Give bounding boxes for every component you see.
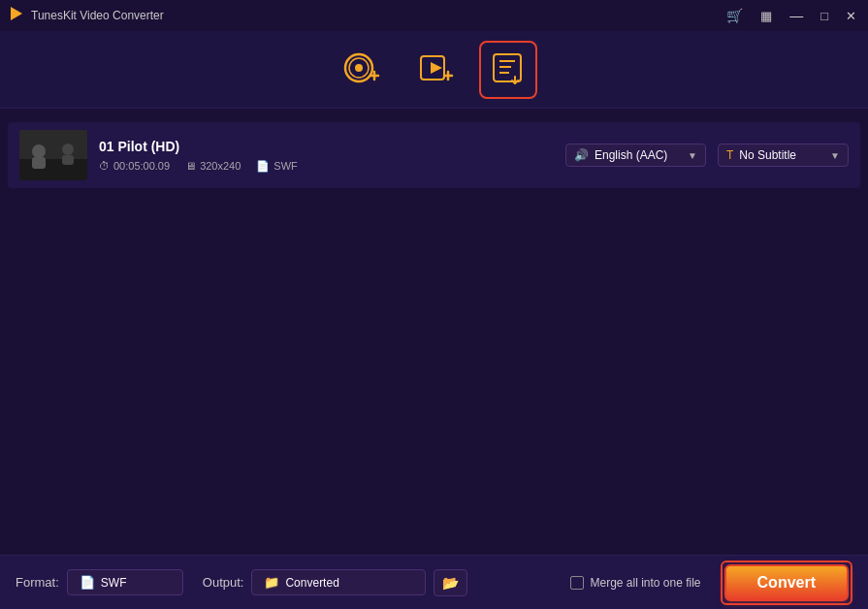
duration-value: 00:05:00.09 (113, 160, 170, 172)
minimize-button[interactable]: — (789, 8, 803, 23)
window-controls: 🛒 ▦ — □ ✕ (726, 8, 856, 23)
close-button[interactable]: ✕ (846, 9, 856, 23)
maximize-button[interactable]: □ (820, 9, 828, 23)
app-title: TunesKit Video Converter (31, 9, 726, 22)
svg-point-17 (32, 144, 46, 158)
subtitle-icon: T (726, 148, 733, 162)
video-info: 01 Pilot (HD) ⏱ 00:05:00.09 🖥 320x240 📄 … (99, 139, 554, 173)
output-label: Output: (203, 575, 244, 590)
format-file-icon: 📄 (80, 575, 95, 590)
browse-output-button[interactable]: 📂 (434, 569, 467, 596)
app-logo (8, 5, 25, 26)
grid-icon[interactable]: ▦ (760, 9, 772, 23)
convert-tab-button[interactable] (479, 41, 537, 99)
video-meta: ⏱ 00:05:00.09 🖥 320x240 📄 SWF (99, 160, 554, 173)
merge-checkbox[interactable] (570, 576, 584, 590)
monitor-icon: 🖥 (185, 160, 196, 172)
audio-dropdown[interactable]: 🔊 English (AAC) ▼ (565, 144, 706, 167)
browse-icon: 📂 (442, 575, 459, 591)
folder-icon: 📁 (264, 575, 279, 590)
convert-button[interactable]: Convert (724, 564, 849, 601)
audio-dropdown-arrow: ▼ (688, 150, 697, 161)
output-display: 📁 Converted (251, 569, 426, 595)
format-display: 📄 SWF (67, 569, 183, 595)
toolbar (0, 31, 868, 109)
add-video-icon (341, 50, 380, 88)
add-bluray-icon (415, 50, 454, 88)
audio-value: English (AAC) (595, 148, 667, 162)
format-label: Format: (16, 575, 59, 590)
format-info: 📄 SWF (256, 160, 297, 173)
audio-icon: 🔊 (574, 148, 589, 162)
format-icon: 📄 (256, 160, 270, 173)
content-area: 01 Pilot (HD) ⏱ 00:05:00.09 🖥 320x240 📄 … (0, 109, 868, 555)
svg-rect-20 (62, 155, 74, 165)
svg-rect-16 (19, 159, 87, 180)
video-thumbnail (19, 130, 87, 180)
svg-point-19 (62, 144, 74, 155)
merge-label: Merge all into one file (590, 576, 700, 590)
convert-tab-icon (490, 51, 527, 87)
duration-info: ⏱ 00:05:00.09 (99, 160, 170, 172)
convert-button-wrapper: Convert (721, 561, 852, 605)
clock-icon: ⏱ (99, 160, 110, 172)
subtitle-dropdown-arrow: ▼ (830, 150, 840, 161)
merge-section: Merge all into one file (570, 576, 700, 590)
svg-marker-7 (431, 62, 442, 74)
svg-point-3 (355, 64, 363, 72)
subtitle-value: No Subtitle (739, 148, 796, 162)
output-section: Output: 📁 Converted 📂 (203, 569, 468, 596)
bottom-bar: Format: 📄 SWF Output: 📁 Converted 📂 Merg… (0, 555, 868, 609)
title-bar: TunesKit Video Converter 🛒 ▦ — □ ✕ (0, 0, 868, 31)
svg-marker-0 (11, 7, 22, 20)
video-title: 01 Pilot (HD) (99, 139, 554, 154)
add-bluray-button[interactable] (405, 41, 464, 99)
resolution-value: 320x240 (200, 160, 241, 172)
format-section: Format: 📄 SWF (16, 569, 183, 595)
format-value-meta: SWF (273, 160, 297, 172)
subtitle-dropdown[interactable]: T No Subtitle ▼ (718, 144, 849, 167)
add-video-button[interactable] (332, 41, 390, 99)
cart-icon[interactable]: 🛒 (726, 8, 743, 23)
output-path: Converted (285, 576, 338, 590)
format-display-value: SWF (101, 576, 127, 590)
resolution-info: 🖥 320x240 (185, 160, 241, 172)
svg-rect-18 (32, 157, 46, 169)
video-item: 01 Pilot (HD) ⏱ 00:05:00.09 🖥 320x240 📄 … (8, 122, 860, 188)
